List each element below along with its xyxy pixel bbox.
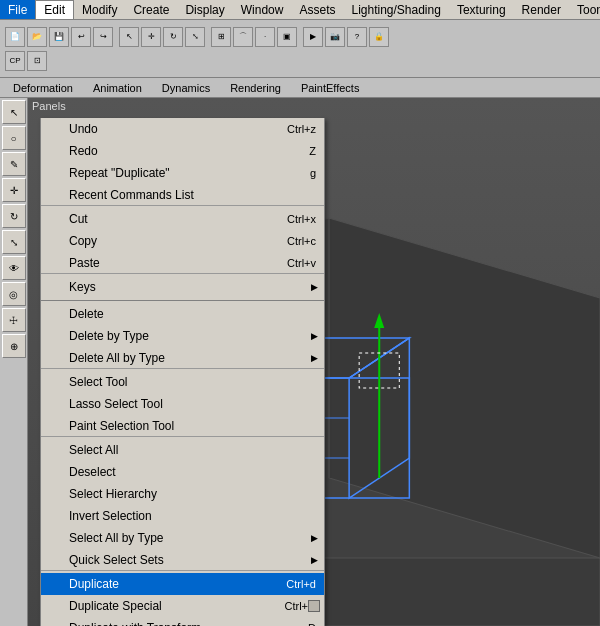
menu-select-hier[interactable]: Select Hierarchy <box>41 483 324 505</box>
shelf-icon-2[interactable]: ⊡ <box>27 51 47 71</box>
option-box-dup-special[interactable] <box>308 600 320 612</box>
menu-assets[interactable]: Assets <box>291 0 343 19</box>
tool-select[interactable]: ↖ <box>2 100 26 124</box>
menu-delete-all[interactable]: Delete All by Type <box>41 347 324 369</box>
panels-label: Panels <box>32 100 66 112</box>
lock-icon[interactable]: 🔒 <box>369 27 389 47</box>
menubar: File Edit Modify Create Display Window A… <box>0 0 600 20</box>
tool-paint[interactable]: ✎ <box>2 152 26 176</box>
render-icon[interactable]: ▶ <box>303 27 323 47</box>
save-icon[interactable]: 💾 <box>49 27 69 47</box>
tool-pan[interactable]: ☩ <box>2 308 26 332</box>
redo-icon[interactable]: ↪ <box>93 27 113 47</box>
tab-rendering[interactable]: Rendering <box>221 79 290 97</box>
menu-file[interactable]: File <box>0 0 35 19</box>
tab-animation[interactable]: Animation <box>84 79 151 97</box>
menu-keys[interactable]: Keys <box>41 276 324 298</box>
rotate-icon[interactable]: ↻ <box>163 27 183 47</box>
edit-dropdown-menu: Undo Ctrl+z Redo Z Repeat "Duplicate" g … <box>40 118 325 626</box>
menu-recent[interactable]: Recent Commands List <box>41 184 324 206</box>
toolbar-icons: 📄 📂 💾 ↩ ↪ ↖ ✛ ↻ ⤡ ⊞ ⌒ · ▣ ▶ 📷 ? 🔒 CP ⊡ <box>4 26 600 72</box>
menu-undo[interactable]: Undo Ctrl+z <box>41 118 324 140</box>
tab-painteffects[interactable]: PaintEffects <box>292 79 369 97</box>
menu-render[interactable]: Render <box>514 0 569 19</box>
menu-delete-by-type[interactable]: Delete by Type <box>41 325 324 347</box>
menu-edit[interactable]: Edit <box>35 0 74 19</box>
menu-lighting[interactable]: Lighting/Shading <box>343 0 448 19</box>
menu-quick-sets[interactable]: Quick Select Sets <box>41 549 324 571</box>
menu-select-all-type[interactable]: Select All by Type <box>41 527 324 549</box>
shelf-icon-1[interactable]: CP <box>5 51 25 71</box>
menu-dup-special[interactable]: Duplicate Special Ctrl+D <box>41 595 324 617</box>
snap-view-icon[interactable]: ▣ <box>277 27 297 47</box>
tab-deformation[interactable]: Deformation <box>4 79 82 97</box>
tool-zoom[interactable]: ⊕ <box>2 334 26 358</box>
new-icon[interactable]: 📄 <box>5 27 25 47</box>
toolbar-area: 📄 📂 💾 ↩ ↪ ↖ ✛ ↻ ⤡ ⊞ ⌒ · ▣ ▶ 📷 ? 🔒 CP ⊡ <box>0 20 600 78</box>
undo-icon[interactable]: ↩ <box>71 27 91 47</box>
tab-dynamics[interactable]: Dynamics <box>153 79 219 97</box>
menu-select-tool[interactable]: Select Tool <box>41 371 324 393</box>
help-icon[interactable]: ? <box>347 27 367 47</box>
menu-modify[interactable]: Modify <box>74 0 125 19</box>
menu-texturing[interactable]: Texturing <box>449 0 514 19</box>
tool-move[interactable]: ✛ <box>2 178 26 202</box>
tool-lasso[interactable]: ○ <box>2 126 26 150</box>
shelf-tabs: Deformation Animation Dynamics Rendering… <box>0 78 600 98</box>
menu-lasso[interactable]: Lasso Select Tool <box>41 393 324 415</box>
menu-dup-transform[interactable]: Duplicate with Transform D <box>41 617 324 626</box>
menu-display[interactable]: Display <box>177 0 232 19</box>
menu-toon[interactable]: Toon <box>569 0 600 19</box>
menu-select-all[interactable]: Select All <box>41 439 324 461</box>
snap-point-icon[interactable]: · <box>255 27 275 47</box>
menu-redo[interactable]: Redo Z <box>41 140 324 162</box>
scale-icon[interactable]: ⤡ <box>185 27 205 47</box>
tool-orbit[interactable]: ◎ <box>2 282 26 306</box>
menu-create[interactable]: Create <box>125 0 177 19</box>
move-icon[interactable]: ✛ <box>141 27 161 47</box>
tool-show[interactable]: 👁 <box>2 256 26 280</box>
menu-copy[interactable]: Copy Ctrl+c <box>41 230 324 252</box>
snap-grid-icon[interactable]: ⊞ <box>211 27 231 47</box>
menu-duplicate[interactable]: Duplicate Ctrl+d <box>41 573 324 595</box>
menu-repeat[interactable]: Repeat "Duplicate" g <box>41 162 324 184</box>
menu-cut[interactable]: Cut Ctrl+x <box>41 208 324 230</box>
menu-paste[interactable]: Paste Ctrl+v <box>41 252 324 274</box>
separator-1 <box>41 300 324 301</box>
left-toolbar: ↖ ○ ✎ ✛ ↻ ⤡ 👁 ◎ ☩ ⊕ <box>0 98 28 626</box>
main-area: ↖ ○ ✎ ✛ ↻ ⤡ 👁 ◎ ☩ ⊕ Panels <box>0 98 600 626</box>
menu-deselect[interactable]: Deselect <box>41 461 324 483</box>
cam-icon[interactable]: 📷 <box>325 27 345 47</box>
menu-delete[interactable]: Delete <box>41 303 324 325</box>
tool-rotate[interactable]: ↻ <box>2 204 26 228</box>
menu-invert[interactable]: Invert Selection <box>41 505 324 527</box>
open-icon[interactable]: 📂 <box>27 27 47 47</box>
menu-window[interactable]: Window <box>233 0 292 19</box>
select-icon[interactable]: ↖ <box>119 27 139 47</box>
tool-scale[interactable]: ⤡ <box>2 230 26 254</box>
snap-curve-icon[interactable]: ⌒ <box>233 27 253 47</box>
menu-paint-select[interactable]: Paint Selection Tool <box>41 415 324 437</box>
